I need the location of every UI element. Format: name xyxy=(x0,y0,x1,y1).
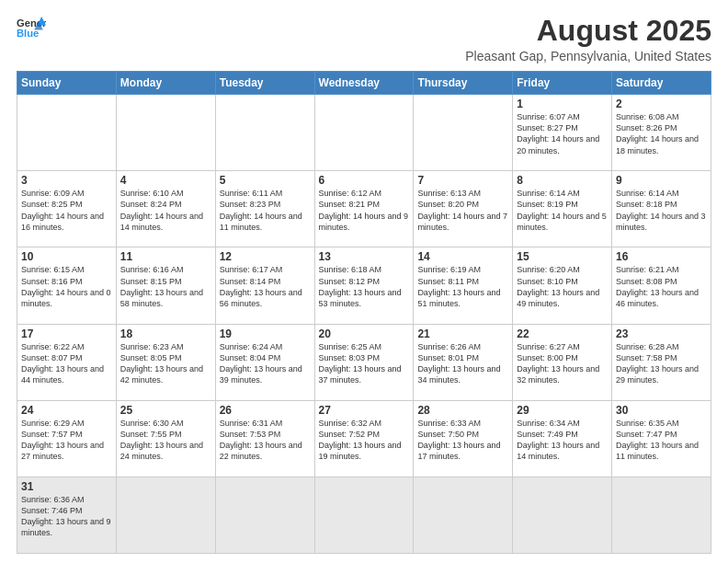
day-number: 8 xyxy=(517,174,608,187)
day-number: 23 xyxy=(616,327,707,340)
day-number: 1 xyxy=(517,98,608,110)
calendar-cell: 4Sunrise: 6:10 AM Sunset: 8:24 PM Daylig… xyxy=(116,171,215,247)
day-info: Sunrise: 6:11 AM Sunset: 8:23 PM Dayligh… xyxy=(220,188,311,233)
day-info: Sunrise: 6:27 AM Sunset: 8:00 PM Dayligh… xyxy=(517,341,608,386)
calendar-cell: 22Sunrise: 6:27 AM Sunset: 8:00 PM Dayli… xyxy=(513,324,612,400)
day-number: 22 xyxy=(517,327,608,340)
day-info: Sunrise: 6:32 AM Sunset: 7:52 PM Dayligh… xyxy=(319,418,410,463)
calendar-week-4: 24Sunrise: 6:29 AM Sunset: 7:57 PM Dayli… xyxy=(17,400,711,477)
day-info: Sunrise: 6:15 AM Sunset: 8:16 PM Dayligh… xyxy=(21,264,112,309)
day-info: Sunrise: 6:33 AM Sunset: 7:50 PM Dayligh… xyxy=(417,418,508,463)
day-info: Sunrise: 6:36 AM Sunset: 7:46 PM Dayligh… xyxy=(21,494,112,539)
calendar-week-0: 1Sunrise: 6:07 AM Sunset: 8:27 PM Daylig… xyxy=(17,95,711,171)
calendar-cell: 28Sunrise: 6:33 AM Sunset: 7:50 PM Dayli… xyxy=(414,400,513,477)
col-tuesday: Tuesday xyxy=(215,72,314,95)
calendar-cell xyxy=(116,477,215,553)
calendar-cell xyxy=(414,477,513,553)
calendar-body: 1Sunrise: 6:07 AM Sunset: 8:27 PM Daylig… xyxy=(17,95,711,554)
calendar-cell xyxy=(215,477,314,553)
day-info: Sunrise: 6:09 AM Sunset: 8:25 PM Dayligh… xyxy=(21,188,112,233)
calendar-cell xyxy=(513,477,612,553)
calendar-cell: 21Sunrise: 6:26 AM Sunset: 8:01 PM Dayli… xyxy=(414,324,513,400)
day-number: 5 xyxy=(220,174,311,187)
calendar-cell: 16Sunrise: 6:21 AM Sunset: 8:08 PM Dayli… xyxy=(612,247,711,324)
day-info: Sunrise: 6:08 AM Sunset: 8:26 PM Dayligh… xyxy=(616,111,707,156)
day-info: Sunrise: 6:07 AM Sunset: 8:27 PM Dayligh… xyxy=(517,111,608,156)
day-info: Sunrise: 6:31 AM Sunset: 7:53 PM Dayligh… xyxy=(220,418,311,463)
calendar-cell: 30Sunrise: 6:35 AM Sunset: 7:47 PM Dayli… xyxy=(612,400,711,477)
calendar-cell: 11Sunrise: 6:16 AM Sunset: 8:15 PM Dayli… xyxy=(116,247,215,324)
day-info: Sunrise: 6:21 AM Sunset: 8:08 PM Dayligh… xyxy=(616,264,707,309)
calendar-cell: 26Sunrise: 6:31 AM Sunset: 7:53 PM Dayli… xyxy=(215,400,314,477)
calendar-cell: 24Sunrise: 6:29 AM Sunset: 7:57 PM Dayli… xyxy=(17,400,117,477)
logo: General Blue xyxy=(17,15,46,40)
day-info: Sunrise: 6:25 AM Sunset: 8:03 PM Dayligh… xyxy=(319,341,410,386)
day-number: 26 xyxy=(220,404,311,417)
day-number: 29 xyxy=(517,404,608,417)
calendar-cell xyxy=(314,477,414,553)
calendar-header: Sunday Monday Tuesday Wednesday Thursday… xyxy=(17,72,711,95)
day-info: Sunrise: 6:22 AM Sunset: 8:07 PM Dayligh… xyxy=(21,341,112,386)
day-info: Sunrise: 6:14 AM Sunset: 8:19 PM Dayligh… xyxy=(517,188,608,233)
calendar-cell: 5Sunrise: 6:11 AM Sunset: 8:23 PM Daylig… xyxy=(215,171,314,247)
calendar-cell: 12Sunrise: 6:17 AM Sunset: 8:14 PM Dayli… xyxy=(215,247,314,324)
day-number: 13 xyxy=(319,250,410,263)
day-info: Sunrise: 6:28 AM Sunset: 7:58 PM Dayligh… xyxy=(616,341,707,386)
calendar-cell: 8Sunrise: 6:14 AM Sunset: 8:19 PM Daylig… xyxy=(513,171,612,247)
day-info: Sunrise: 6:30 AM Sunset: 7:55 PM Dayligh… xyxy=(120,418,211,463)
calendar-cell xyxy=(612,477,711,553)
header-row: Sunday Monday Tuesday Wednesday Thursday… xyxy=(17,72,711,95)
day-number: 3 xyxy=(21,174,112,187)
day-number: 28 xyxy=(417,404,508,417)
day-number: 16 xyxy=(616,250,707,263)
calendar-cell: 23Sunrise: 6:28 AM Sunset: 7:58 PM Dayli… xyxy=(612,324,711,400)
day-number: 15 xyxy=(517,250,608,263)
day-info: Sunrise: 6:35 AM Sunset: 7:47 PM Dayligh… xyxy=(616,418,707,463)
day-number: 4 xyxy=(120,174,211,187)
col-sunday: Sunday xyxy=(17,72,117,95)
day-number: 19 xyxy=(220,327,311,340)
calendar-cell: 27Sunrise: 6:32 AM Sunset: 7:52 PM Dayli… xyxy=(314,400,414,477)
header: General Blue August 2025 Pleasant Gap, P… xyxy=(17,15,711,63)
col-monday: Monday xyxy=(116,72,215,95)
calendar-cell: 20Sunrise: 6:25 AM Sunset: 8:03 PM Dayli… xyxy=(314,324,414,400)
calendar-cell: 10Sunrise: 6:15 AM Sunset: 8:16 PM Dayli… xyxy=(17,247,117,324)
day-number: 31 xyxy=(21,480,112,493)
calendar-cell: 15Sunrise: 6:20 AM Sunset: 8:10 PM Dayli… xyxy=(513,247,612,324)
day-number: 11 xyxy=(120,250,211,263)
col-wednesday: Wednesday xyxy=(314,72,414,95)
calendar-cell: 25Sunrise: 6:30 AM Sunset: 7:55 PM Dayli… xyxy=(116,400,215,477)
page: General Blue August 2025 Pleasant Gap, P… xyxy=(0,0,728,563)
title-block: August 2025 Pleasant Gap, Pennsylvania, … xyxy=(465,15,711,63)
day-number: 30 xyxy=(616,404,707,417)
day-info: Sunrise: 6:34 AM Sunset: 7:49 PM Dayligh… xyxy=(517,418,608,463)
calendar-cell: 19Sunrise: 6:24 AM Sunset: 8:04 PM Dayli… xyxy=(215,324,314,400)
day-info: Sunrise: 6:13 AM Sunset: 8:20 PM Dayligh… xyxy=(417,188,508,233)
calendar-cell xyxy=(116,95,215,171)
calendar-cell: 13Sunrise: 6:18 AM Sunset: 8:12 PM Dayli… xyxy=(314,247,414,324)
day-number: 18 xyxy=(120,327,211,340)
day-number: 17 xyxy=(21,327,112,340)
day-number: 21 xyxy=(417,327,508,340)
calendar-cell: 9Sunrise: 6:14 AM Sunset: 8:18 PM Daylig… xyxy=(612,171,711,247)
day-info: Sunrise: 6:24 AM Sunset: 8:04 PM Dayligh… xyxy=(220,341,311,386)
calendar-cell: 3Sunrise: 6:09 AM Sunset: 8:25 PM Daylig… xyxy=(17,171,117,247)
day-info: Sunrise: 6:20 AM Sunset: 8:10 PM Dayligh… xyxy=(517,264,608,309)
day-info: Sunrise: 6:19 AM Sunset: 8:11 PM Dayligh… xyxy=(417,264,508,309)
subtitle: Pleasant Gap, Pennsylvania, United State… xyxy=(465,49,711,63)
calendar-cell: 18Sunrise: 6:23 AM Sunset: 8:05 PM Dayli… xyxy=(116,324,215,400)
day-number: 10 xyxy=(21,250,112,263)
day-info: Sunrise: 6:18 AM Sunset: 8:12 PM Dayligh… xyxy=(319,264,410,309)
day-info: Sunrise: 6:26 AM Sunset: 8:01 PM Dayligh… xyxy=(417,341,508,386)
day-number: 7 xyxy=(417,174,508,187)
day-number: 20 xyxy=(319,327,410,340)
day-number: 24 xyxy=(21,404,112,417)
calendar-cell xyxy=(414,95,513,171)
day-number: 14 xyxy=(417,250,508,263)
calendar-cell: 7Sunrise: 6:13 AM Sunset: 8:20 PM Daylig… xyxy=(414,171,513,247)
col-thursday: Thursday xyxy=(414,72,513,95)
calendar-cell: 2Sunrise: 6:08 AM Sunset: 8:26 PM Daylig… xyxy=(612,95,711,171)
calendar-week-5: 31Sunrise: 6:36 AM Sunset: 7:46 PM Dayli… xyxy=(17,477,711,553)
calendar-table: Sunday Monday Tuesday Wednesday Thursday… xyxy=(17,71,711,554)
calendar-cell: 6Sunrise: 6:12 AM Sunset: 8:21 PM Daylig… xyxy=(314,171,414,247)
